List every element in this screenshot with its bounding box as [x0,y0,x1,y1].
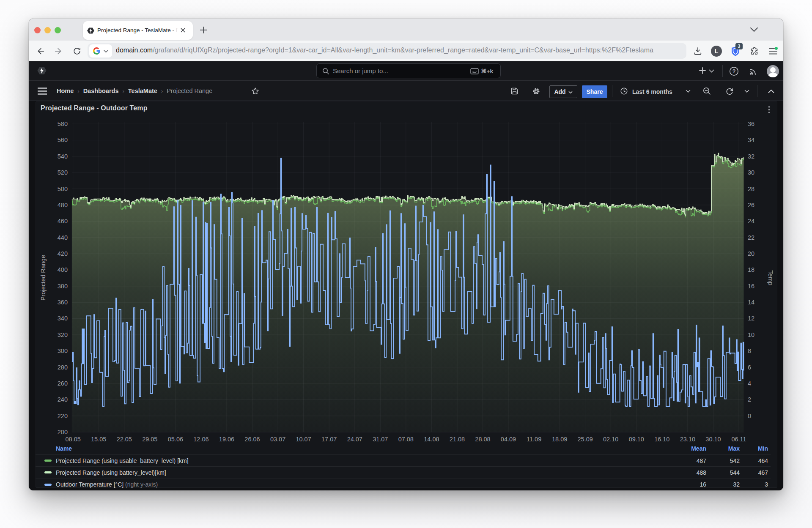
svg-text:300: 300 [58,347,68,354]
svg-text:23.10: 23.10 [680,436,695,443]
svg-text:34: 34 [748,137,754,143]
svg-text:500: 500 [58,186,68,192]
svg-text:22.05: 22.05 [117,436,132,443]
svg-text:17.07: 17.07 [321,436,337,443]
svg-text:06.11: 06.11 [731,436,746,443]
svg-text:14: 14 [748,299,754,306]
svg-text:05.06: 05.06 [168,436,183,443]
svg-text:380: 380 [58,283,68,290]
svg-text:420: 420 [58,250,68,257]
svg-text:11.09: 11.09 [527,436,541,443]
svg-text:16.10: 16.10 [654,436,669,443]
svg-text:440: 440 [58,234,68,241]
svg-text:24.07: 24.07 [347,436,362,443]
svg-text:240: 240 [58,396,68,403]
svg-text:?: ? [732,68,736,74]
svg-text:32: 32 [748,153,754,160]
svg-text:08.05: 08.05 [66,436,81,443]
svg-text:560: 560 [58,137,68,143]
svg-text:28.08: 28.08 [475,436,490,443]
svg-text:480: 480 [58,202,68,208]
svg-text:25.09: 25.09 [578,436,593,443]
svg-text:18.09: 18.09 [552,436,567,443]
svg-text:31.07: 31.07 [373,436,388,443]
svg-text:8: 8 [748,347,751,354]
svg-text:340: 340 [58,315,68,322]
svg-text:12.06: 12.06 [193,436,208,443]
svg-text:15.05: 15.05 [91,436,106,443]
svg-text:09.10: 09.10 [629,436,644,443]
svg-text:Projected Range: Projected Range [40,255,47,301]
svg-text:220: 220 [58,413,68,419]
svg-text:280: 280 [58,364,68,371]
svg-text:21.08: 21.08 [450,436,465,443]
svg-text:24: 24 [748,218,754,224]
svg-text:20: 20 [748,250,754,257]
svg-text:520: 520 [58,169,68,176]
svg-text:320: 320 [58,331,68,338]
svg-text:02.10: 02.10 [603,436,618,443]
svg-text:22: 22 [748,234,754,241]
svg-text:6: 6 [748,364,751,371]
svg-text:07.08: 07.08 [398,436,414,443]
svg-text:10: 10 [748,331,754,338]
svg-text:28: 28 [748,186,754,192]
svg-text:26: 26 [748,202,754,208]
svg-text:36: 36 [748,120,754,127]
svg-text:04.09: 04.09 [501,436,516,443]
svg-text:460: 460 [58,218,68,224]
svg-text:2: 2 [748,396,751,403]
svg-text:10.07: 10.07 [296,436,311,443]
svg-text:580: 580 [58,120,68,127]
svg-text:200: 200 [58,429,68,435]
svg-text:12: 12 [748,315,754,322]
svg-text:14.08: 14.08 [424,436,439,443]
svg-text:26.06: 26.06 [244,436,260,443]
svg-text:30.10: 30.10 [705,436,721,443]
svg-text:Temp: Temp [767,270,774,285]
svg-text:19.06: 19.06 [219,436,234,443]
svg-text:03.07: 03.07 [270,436,285,443]
svg-text:260: 260 [58,380,68,387]
svg-text:0: 0 [748,413,751,419]
svg-text:540: 540 [58,153,68,160]
svg-text:30: 30 [748,169,754,176]
svg-text:29.05: 29.05 [142,436,157,443]
svg-text:360: 360 [58,299,68,306]
svg-text:4: 4 [748,380,751,387]
svg-text:18: 18 [748,266,754,273]
svg-text:16: 16 [748,283,754,290]
svg-text:400: 400 [58,266,68,273]
